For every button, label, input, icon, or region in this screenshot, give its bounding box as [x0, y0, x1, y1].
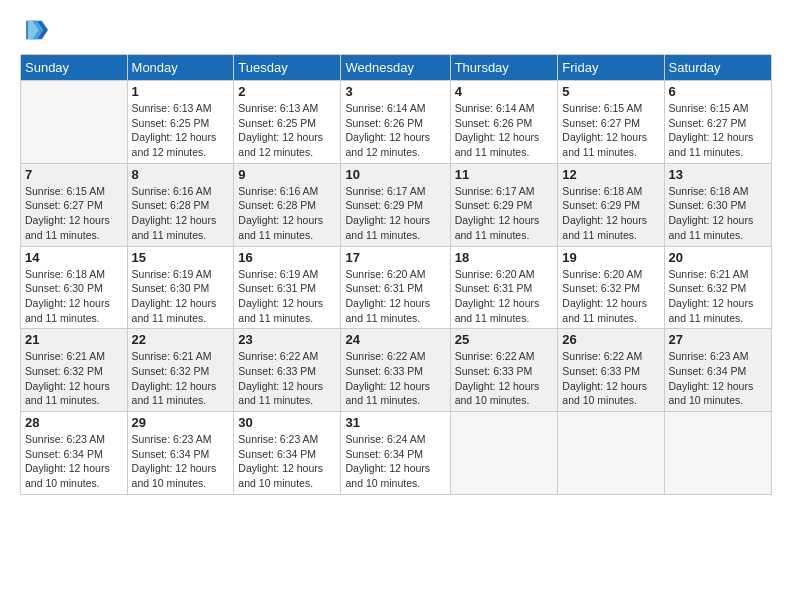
day-info: Sunrise: 6:21 AM Sunset: 6:32 PM Dayligh…	[25, 349, 123, 408]
day-cell	[21, 81, 128, 164]
day-cell: 1Sunrise: 6:13 AM Sunset: 6:25 PM Daylig…	[127, 81, 234, 164]
day-number: 15	[132, 250, 230, 265]
day-info: Sunrise: 6:23 AM Sunset: 6:34 PM Dayligh…	[132, 432, 230, 491]
day-cell: 22Sunrise: 6:21 AM Sunset: 6:32 PM Dayli…	[127, 329, 234, 412]
day-info: Sunrise: 6:22 AM Sunset: 6:33 PM Dayligh…	[238, 349, 336, 408]
day-number: 7	[25, 167, 123, 182]
day-cell: 29Sunrise: 6:23 AM Sunset: 6:34 PM Dayli…	[127, 412, 234, 495]
day-info: Sunrise: 6:17 AM Sunset: 6:29 PM Dayligh…	[345, 184, 445, 243]
page: SundayMondayTuesdayWednesdayThursdayFrid…	[0, 0, 792, 612]
day-cell: 14Sunrise: 6:18 AM Sunset: 6:30 PM Dayli…	[21, 246, 128, 329]
day-number: 19	[562, 250, 659, 265]
day-cell: 12Sunrise: 6:18 AM Sunset: 6:29 PM Dayli…	[558, 163, 664, 246]
day-info: Sunrise: 6:13 AM Sunset: 6:25 PM Dayligh…	[238, 101, 336, 160]
day-number: 31	[345, 415, 445, 430]
logo	[20, 16, 52, 44]
week-row-5: 28Sunrise: 6:23 AM Sunset: 6:34 PM Dayli…	[21, 412, 772, 495]
day-cell: 3Sunrise: 6:14 AM Sunset: 6:26 PM Daylig…	[341, 81, 450, 164]
week-row-4: 21Sunrise: 6:21 AM Sunset: 6:32 PM Dayli…	[21, 329, 772, 412]
day-number: 26	[562, 332, 659, 347]
day-cell	[664, 412, 771, 495]
day-info: Sunrise: 6:21 AM Sunset: 6:32 PM Dayligh…	[669, 267, 767, 326]
col-header-thursday: Thursday	[450, 55, 558, 81]
day-number: 28	[25, 415, 123, 430]
day-number: 21	[25, 332, 123, 347]
day-number: 3	[345, 84, 445, 99]
day-cell: 5Sunrise: 6:15 AM Sunset: 6:27 PM Daylig…	[558, 81, 664, 164]
day-info: Sunrise: 6:22 AM Sunset: 6:33 PM Dayligh…	[562, 349, 659, 408]
day-info: Sunrise: 6:19 AM Sunset: 6:31 PM Dayligh…	[238, 267, 336, 326]
logo-icon	[20, 16, 48, 44]
day-number: 18	[455, 250, 554, 265]
day-info: Sunrise: 6:19 AM Sunset: 6:30 PM Dayligh…	[132, 267, 230, 326]
day-info: Sunrise: 6:14 AM Sunset: 6:26 PM Dayligh…	[345, 101, 445, 160]
day-cell: 2Sunrise: 6:13 AM Sunset: 6:25 PM Daylig…	[234, 81, 341, 164]
day-number: 23	[238, 332, 336, 347]
day-info: Sunrise: 6:24 AM Sunset: 6:34 PM Dayligh…	[345, 432, 445, 491]
day-number: 11	[455, 167, 554, 182]
calendar: SundayMondayTuesdayWednesdayThursdayFrid…	[20, 54, 772, 495]
day-number: 29	[132, 415, 230, 430]
col-header-tuesday: Tuesday	[234, 55, 341, 81]
day-info: Sunrise: 6:14 AM Sunset: 6:26 PM Dayligh…	[455, 101, 554, 160]
week-row-2: 7Sunrise: 6:15 AM Sunset: 6:27 PM Daylig…	[21, 163, 772, 246]
header-row: SundayMondayTuesdayWednesdayThursdayFrid…	[21, 55, 772, 81]
day-info: Sunrise: 6:22 AM Sunset: 6:33 PM Dayligh…	[455, 349, 554, 408]
day-info: Sunrise: 6:20 AM Sunset: 6:31 PM Dayligh…	[455, 267, 554, 326]
day-number: 14	[25, 250, 123, 265]
day-cell: 4Sunrise: 6:14 AM Sunset: 6:26 PM Daylig…	[450, 81, 558, 164]
col-header-sunday: Sunday	[21, 55, 128, 81]
day-info: Sunrise: 6:18 AM Sunset: 6:29 PM Dayligh…	[562, 184, 659, 243]
day-number: 5	[562, 84, 659, 99]
day-number: 22	[132, 332, 230, 347]
day-cell: 18Sunrise: 6:20 AM Sunset: 6:31 PM Dayli…	[450, 246, 558, 329]
header	[20, 16, 772, 44]
day-info: Sunrise: 6:23 AM Sunset: 6:34 PM Dayligh…	[25, 432, 123, 491]
day-info: Sunrise: 6:23 AM Sunset: 6:34 PM Dayligh…	[669, 349, 767, 408]
day-cell: 10Sunrise: 6:17 AM Sunset: 6:29 PM Dayli…	[341, 163, 450, 246]
day-number: 9	[238, 167, 336, 182]
day-cell: 8Sunrise: 6:16 AM Sunset: 6:28 PM Daylig…	[127, 163, 234, 246]
day-info: Sunrise: 6:18 AM Sunset: 6:30 PM Dayligh…	[25, 267, 123, 326]
day-number: 2	[238, 84, 336, 99]
day-number: 30	[238, 415, 336, 430]
day-number: 6	[669, 84, 767, 99]
day-cell	[450, 412, 558, 495]
day-info: Sunrise: 6:20 AM Sunset: 6:31 PM Dayligh…	[345, 267, 445, 326]
day-info: Sunrise: 6:15 AM Sunset: 6:27 PM Dayligh…	[562, 101, 659, 160]
day-number: 27	[669, 332, 767, 347]
day-cell: 6Sunrise: 6:15 AM Sunset: 6:27 PM Daylig…	[664, 81, 771, 164]
day-cell: 13Sunrise: 6:18 AM Sunset: 6:30 PM Dayli…	[664, 163, 771, 246]
day-cell: 15Sunrise: 6:19 AM Sunset: 6:30 PM Dayli…	[127, 246, 234, 329]
day-cell: 27Sunrise: 6:23 AM Sunset: 6:34 PM Dayli…	[664, 329, 771, 412]
day-info: Sunrise: 6:15 AM Sunset: 6:27 PM Dayligh…	[25, 184, 123, 243]
day-number: 10	[345, 167, 445, 182]
day-info: Sunrise: 6:17 AM Sunset: 6:29 PM Dayligh…	[455, 184, 554, 243]
day-cell: 23Sunrise: 6:22 AM Sunset: 6:33 PM Dayli…	[234, 329, 341, 412]
day-info: Sunrise: 6:23 AM Sunset: 6:34 PM Dayligh…	[238, 432, 336, 491]
day-number: 1	[132, 84, 230, 99]
day-number: 8	[132, 167, 230, 182]
day-number: 20	[669, 250, 767, 265]
col-header-monday: Monday	[127, 55, 234, 81]
day-cell: 31Sunrise: 6:24 AM Sunset: 6:34 PM Dayli…	[341, 412, 450, 495]
day-cell	[558, 412, 664, 495]
day-cell: 17Sunrise: 6:20 AM Sunset: 6:31 PM Dayli…	[341, 246, 450, 329]
day-cell: 11Sunrise: 6:17 AM Sunset: 6:29 PM Dayli…	[450, 163, 558, 246]
day-cell: 21Sunrise: 6:21 AM Sunset: 6:32 PM Dayli…	[21, 329, 128, 412]
day-cell: 7Sunrise: 6:15 AM Sunset: 6:27 PM Daylig…	[21, 163, 128, 246]
day-info: Sunrise: 6:18 AM Sunset: 6:30 PM Dayligh…	[669, 184, 767, 243]
col-header-wednesday: Wednesday	[341, 55, 450, 81]
day-number: 12	[562, 167, 659, 182]
day-info: Sunrise: 6:13 AM Sunset: 6:25 PM Dayligh…	[132, 101, 230, 160]
day-cell: 16Sunrise: 6:19 AM Sunset: 6:31 PM Dayli…	[234, 246, 341, 329]
day-cell: 25Sunrise: 6:22 AM Sunset: 6:33 PM Dayli…	[450, 329, 558, 412]
week-row-3: 14Sunrise: 6:18 AM Sunset: 6:30 PM Dayli…	[21, 246, 772, 329]
week-row-1: 1Sunrise: 6:13 AM Sunset: 6:25 PM Daylig…	[21, 81, 772, 164]
day-info: Sunrise: 6:16 AM Sunset: 6:28 PM Dayligh…	[132, 184, 230, 243]
day-number: 25	[455, 332, 554, 347]
day-info: Sunrise: 6:22 AM Sunset: 6:33 PM Dayligh…	[345, 349, 445, 408]
day-number: 24	[345, 332, 445, 347]
day-info: Sunrise: 6:15 AM Sunset: 6:27 PM Dayligh…	[669, 101, 767, 160]
day-number: 13	[669, 167, 767, 182]
